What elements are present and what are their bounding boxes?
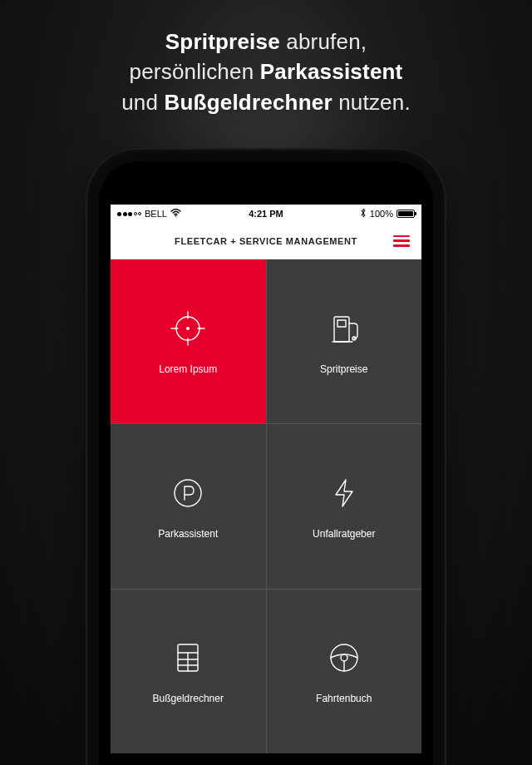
battery-icon [397, 210, 415, 218]
target-icon [168, 308, 208, 348]
status-bar: BELL 4:21 PM 100% [111, 205, 421, 223]
svg-point-0 [175, 215, 176, 217]
calculator-icon [168, 638, 208, 678]
svg-point-18 [341, 654, 347, 661]
svg-point-2 [186, 327, 190, 330]
signal-dots-icon [117, 212, 141, 216]
tile-label: Fahrtenbuch [316, 693, 372, 704]
svg-point-11 [175, 480, 201, 506]
phone-frame: BELL 4:21 PM 100% FLEETCAR + SERVICE MAN… [87, 150, 445, 765]
tile-label: Spritpreise [320, 363, 367, 375]
tile-grid: Lorem IpsumSpritpreiseParkassistentUnfal… [111, 259, 421, 753]
promo-headline: Spritpreise abrufen,persönlichen Parkass… [0, 27, 532, 117]
tile-target[interactable]: Lorem Ipsum [111, 259, 266, 423]
steering-wheel-icon [324, 638, 364, 678]
phone-inner: BELL 4:21 PM 100% FLEETCAR + SERVICE MAN… [99, 161, 433, 765]
parking-icon [168, 473, 208, 513]
menu-button[interactable] [393, 235, 410, 247]
screen: BELL 4:21 PM 100% FLEETCAR + SERVICE MAN… [111, 205, 421, 753]
tile-label: Lorem Ipsum [159, 363, 217, 375]
app-title: FLEETCAR + SERVICE MANAGEMENT [175, 236, 357, 246]
battery-pct: 100% [370, 209, 393, 219]
fuel-pump-icon [324, 308, 364, 348]
carrier-label: BELL [145, 209, 167, 219]
status-right: 100% [360, 208, 415, 220]
lightning-icon [324, 473, 364, 513]
svg-rect-8 [337, 320, 346, 327]
tile-spritpreise[interactable]: Spritpreise [267, 259, 422, 423]
tile-label: Unfallratgeber [313, 528, 375, 540]
app-header: FLEETCAR + SERVICE MANAGEMENT [111, 223, 421, 259]
status-left: BELL [117, 208, 181, 220]
clock: 4:21 PM [249, 209, 283, 219]
hamburger-icon [393, 235, 410, 238]
wifi-icon [170, 208, 181, 220]
tile-bussgeld[interactable]: Bußgeldrechner [111, 590, 266, 753]
tile-label: Parkassistent [158, 528, 218, 540]
tile-label: Bußgeldrechner [153, 693, 224, 704]
tile-park[interactable]: Parkassistent [111, 424, 266, 588]
tile-unfall[interactable]: Unfallratgeber [267, 424, 422, 588]
bluetooth-icon [360, 208, 367, 220]
tile-fahrtenbuch[interactable]: Fahrtenbuch [267, 590, 422, 753]
